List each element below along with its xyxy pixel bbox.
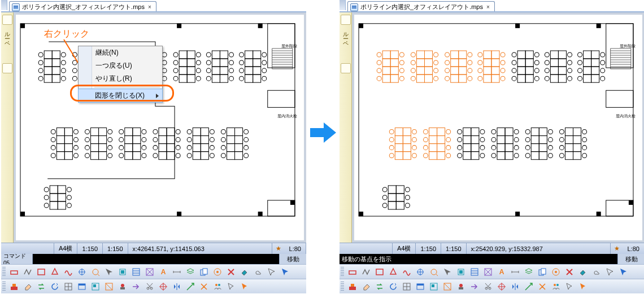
tool-layer[interactable] [184, 266, 197, 278]
tool-layer[interactable] [523, 266, 535, 278]
scale-2[interactable]: 1:150 [103, 243, 128, 254]
active-layer[interactable]: L:80 [623, 243, 644, 254]
tool-cursor2[interactable] [279, 266, 291, 278]
tool-entity[interactable] [455, 266, 467, 278]
tool-cut[interactable] [143, 280, 156, 293]
tool-pick[interactable] [414, 266, 427, 278]
paper-size[interactable]: A4横 [54, 243, 77, 254]
star-icon[interactable]: ★ [611, 245, 623, 252]
tool-cloud[interactable] [590, 266, 603, 278]
toolbar-grip[interactable] [341, 282, 344, 292]
layer-button[interactable] [341, 63, 351, 73]
tool-prop[interactable] [550, 266, 562, 278]
tool-hatch[interactable] [468, 266, 481, 278]
tool-rect[interactable] [35, 266, 47, 278]
tool-text[interactable]: A [495, 266, 508, 278]
tool-grid[interactable] [401, 280, 413, 293]
tool-2[interactable] [21, 266, 34, 278]
tool-pick2[interactable] [428, 266, 440, 278]
tool-pointer[interactable] [563, 280, 576, 293]
tool-poly[interactable] [49, 266, 61, 278]
tool-plan[interactable] [89, 280, 102, 293]
document-tab[interactable]: ポリライン内選択_オフィスレイアウト.mps × [9, 1, 156, 11]
ctx-close-shape[interactable]: 図形を閉じる(X) [78, 89, 163, 103]
tool-win[interactable] [76, 280, 88, 293]
tool-stamp[interactable] [455, 280, 467, 293]
tool-arrow2[interactable] [468, 280, 481, 293]
tool-dim[interactable] [509, 266, 521, 278]
tool-poly[interactable] [387, 266, 399, 278]
tool-rot[interactable] [387, 280, 399, 293]
tool-pointer2[interactable] [238, 280, 251, 293]
tool-target[interactable] [157, 280, 169, 293]
tool-section[interactable] [441, 280, 454, 293]
paper-size[interactable]: A4横 [393, 243, 416, 254]
tool-del[interactable] [225, 266, 237, 278]
tool-explode[interactable] [536, 280, 549, 293]
document-tab[interactable]: ポリライン内選択_オフィスレイアウト.mps × [347, 1, 495, 11]
tool-hatch2[interactable] [482, 266, 494, 278]
tool-cloud[interactable] [252, 266, 264, 278]
tool-wave[interactable] [62, 266, 75, 278]
tool-stamp[interactable] [116, 280, 129, 293]
tool-erase[interactable] [360, 280, 372, 293]
tool-2[interactable] [360, 266, 372, 278]
tool-people[interactable] [211, 280, 224, 293]
drawing-canvas[interactable]: 屋外階段 屋内消火栓 右クリック 継続(N) [14, 12, 306, 243]
tool-rect[interactable] [373, 266, 386, 278]
tool-swap[interactable] [35, 280, 47, 293]
tool-copy[interactable] [536, 266, 549, 278]
tool-arrow[interactable] [103, 266, 115, 278]
tool-text[interactable]: A [157, 266, 169, 278]
tool-pick[interactable] [76, 266, 88, 278]
toolbar-grip[interactable] [2, 267, 6, 277]
tool-pointer[interactable] [225, 280, 237, 293]
tool-pointer2[interactable] [577, 280, 589, 293]
tool-explode[interactable] [198, 280, 210, 293]
tool-pick2[interactable] [89, 266, 102, 278]
tool-cursor[interactable] [604, 266, 616, 278]
tool-section[interactable] [103, 280, 115, 293]
tool-swap[interactable] [373, 280, 386, 293]
tool-mirror[interactable] [171, 280, 183, 293]
tool-cursor[interactable] [266, 266, 278, 278]
scale-2[interactable]: 1:150 [441, 243, 467, 254]
tool-hatch2[interactable] [143, 266, 156, 278]
tool-del[interactable] [563, 266, 576, 278]
tool-wave[interactable] [401, 266, 413, 278]
active-layer[interactable]: L:80 [285, 243, 306, 254]
ctx-undo-one[interactable]: 一つ戻る(U) [79, 59, 162, 72]
tool-hatch[interactable] [130, 266, 142, 278]
tool-win[interactable] [414, 280, 427, 293]
tool-prop[interactable] [211, 266, 224, 278]
command-input[interactable]: 移動の基点を指示 [340, 254, 617, 264]
close-icon[interactable]: × [147, 4, 153, 10]
layer-button[interactable] [2, 63, 12, 73]
scale-1[interactable]: 1:150 [77, 243, 103, 254]
tool-cut[interactable] [482, 280, 494, 293]
tool-rot[interactable] [49, 280, 61, 293]
close-icon[interactable]: × [485, 4, 491, 10]
tool-scale[interactable] [523, 280, 535, 293]
tool-arrow2[interactable] [130, 280, 142, 293]
tool-1[interactable] [346, 266, 359, 278]
tool-grid[interactable] [62, 280, 75, 293]
tool-1[interactable] [8, 266, 20, 278]
tool-copy[interactable] [198, 266, 210, 278]
tool-plan[interactable] [428, 280, 440, 293]
toolbar-grip[interactable] [2, 282, 6, 292]
tool-paint[interactable] [238, 266, 251, 278]
command-input[interactable] [33, 254, 279, 264]
tool-erase[interactable] [21, 280, 34, 293]
loupe-button[interactable] [341, 15, 351, 25]
scale-1[interactable]: 1:150 [416, 243, 441, 254]
loupe-button[interactable] [2, 15, 12, 25]
ctx-redo[interactable]: やり直し(R) [79, 72, 162, 85]
star-icon[interactable]: ★ [272, 245, 285, 252]
tool-mirror[interactable] [509, 280, 521, 293]
tool-target[interactable] [495, 280, 508, 293]
tool-paint[interactable] [577, 266, 589, 278]
tool-entity[interactable] [116, 266, 129, 278]
tool-arrow[interactable] [441, 266, 454, 278]
tool-build[interactable] [8, 280, 20, 293]
